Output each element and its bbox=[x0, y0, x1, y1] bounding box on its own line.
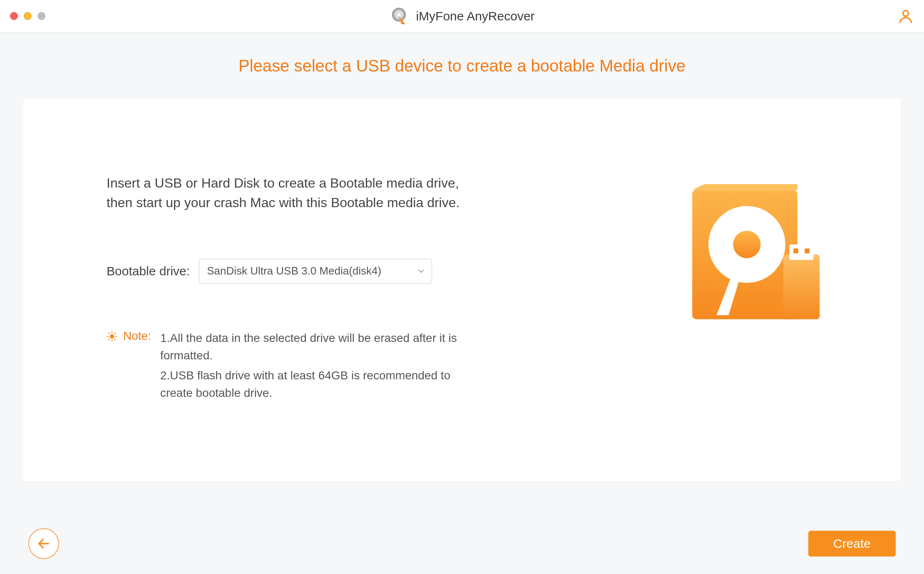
svg-point-2 bbox=[903, 10, 908, 16]
back-button[interactable] bbox=[28, 528, 59, 559]
fullscreen-window-button[interactable] bbox=[37, 12, 45, 20]
account-button[interactable] bbox=[897, 8, 914, 25]
footer-bar: Create bbox=[0, 528, 924, 559]
svg-line-9 bbox=[115, 339, 116, 340]
left-column: Insert a USB or Hard Disk to create a Bo… bbox=[107, 173, 464, 402]
titlebar: iMyFone AnyRecover bbox=[0, 0, 924, 32]
instruction-line-1: Insert a USB or Hard Disk to create a Bo… bbox=[107, 176, 459, 191]
app-logo-icon bbox=[389, 7, 408, 26]
note-line-2: 2.USB flash drive with at least 64GB is … bbox=[160, 367, 464, 402]
close-window-button[interactable] bbox=[10, 12, 18, 20]
note-block: Note: 1.All the data in the selected dri… bbox=[107, 329, 464, 402]
svg-rect-17 bbox=[783, 255, 820, 319]
svg-rect-20 bbox=[805, 248, 810, 253]
svg-line-11 bbox=[115, 333, 116, 334]
lightbulb-icon bbox=[107, 329, 117, 402]
bootable-drive-select[interactable]: SanDisk Ultra USB 3.0 Media(disk4) bbox=[199, 259, 432, 284]
note-label: Note: bbox=[123, 329, 151, 402]
bootable-drive-selected-value: SanDisk Ultra USB 3.0 Media(disk4) bbox=[207, 265, 381, 277]
title-center: iMyFone AnyRecover bbox=[389, 7, 534, 26]
instruction-line-2: then start up your crash Mac with this B… bbox=[107, 195, 460, 210]
create-button[interactable]: Create bbox=[808, 531, 896, 557]
chevron-down-icon bbox=[417, 267, 426, 276]
content-card: Insert a USB or Hard Disk to create a Bo… bbox=[23, 99, 901, 481]
app-title: iMyFone AnyRecover bbox=[416, 9, 534, 23]
svg-point-1 bbox=[397, 12, 401, 16]
svg-line-8 bbox=[109, 333, 109, 334]
svg-marker-13 bbox=[692, 184, 797, 190]
note-line-1: 1.All the data in the selected drive wil… bbox=[160, 329, 464, 364]
minimize-window-button[interactable] bbox=[24, 12, 32, 20]
right-column bbox=[680, 173, 851, 327]
bootable-drive-label: Bootable drive: bbox=[107, 264, 190, 278]
window-controls bbox=[10, 12, 45, 20]
bootable-drive-row: Bootable drive: SanDisk Ultra USB 3.0 Me… bbox=[107, 259, 464, 284]
svg-point-3 bbox=[110, 334, 114, 339]
instruction-text: Insert a USB or Hard Disk to create a Bo… bbox=[107, 173, 464, 213]
note-text: 1.All the data in the selected drive wil… bbox=[160, 329, 464, 402]
page-title: Please select a USB device to create a b… bbox=[0, 57, 924, 75]
drive-illustration-icon bbox=[680, 182, 826, 327]
svg-line-10 bbox=[109, 339, 109, 340]
svg-point-15 bbox=[733, 231, 760, 258]
svg-rect-19 bbox=[793, 248, 798, 253]
svg-rect-18 bbox=[790, 245, 814, 260]
